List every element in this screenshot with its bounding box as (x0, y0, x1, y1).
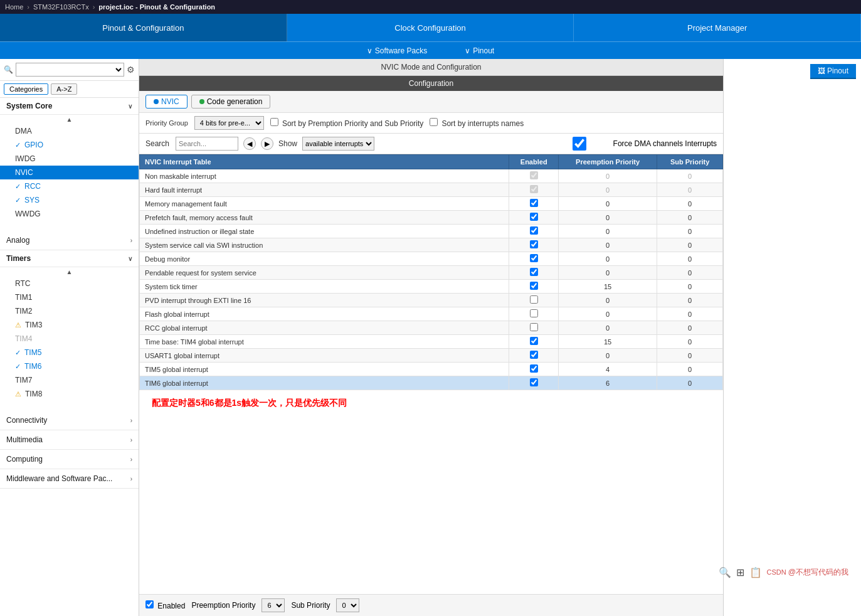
enabled-cell[interactable] (509, 266, 559, 280)
sub-priority-cell[interactable]: 0 (657, 211, 723, 225)
enabled-cell[interactable] (509, 238, 559, 252)
enabled-cell[interactable] (509, 169, 559, 183)
sub-priority-cell[interactable]: 0 (657, 183, 723, 197)
sidebar-item-rcc[interactable]: RCC (0, 179, 139, 193)
preemption-cell[interactable]: 0 (559, 349, 657, 363)
section-multimedia[interactable]: Multimedia › (0, 430, 139, 450)
sidebar-item-tim6[interactable]: TIM6 (0, 359, 139, 373)
sub-tab-software-packs[interactable]: ∨ Software Packs (367, 46, 427, 55)
sidebar-item-dma[interactable]: DMA (0, 124, 139, 138)
preemption-cell[interactable]: 0 (559, 294, 657, 307)
tab-nvic-config[interactable]: NVIC (145, 95, 188, 109)
sub-priority-cell[interactable]: 0 (657, 252, 723, 266)
preemption-cell[interactable]: 0 (559, 211, 657, 225)
preemption-cell[interactable]: 0 (559, 225, 657, 238)
sub-priority-cell[interactable]: 0 (657, 321, 723, 335)
section-timers[interactable]: Timers ∨ (0, 250, 139, 267)
search-next-icon[interactable]: ▶ (261, 137, 273, 150)
bottom-enabled-checkbox[interactable] (145, 600, 154, 608)
sub-priority-cell[interactable]: 0 (657, 363, 723, 376)
sub-priority-cell[interactable]: 0 (657, 294, 723, 307)
priority-group-label: Priority Group (145, 119, 188, 127)
sidebar-item-wwdg[interactable]: WWDG (0, 207, 139, 221)
sidebar-item-tim5[interactable]: TIM5 (0, 346, 139, 359)
sub-priority-cell[interactable]: 0 (657, 307, 723, 321)
preemption-cell[interactable]: 0 (559, 238, 657, 252)
tab-clock[interactable]: Clock Configuration (287, 14, 574, 41)
sidebar-tab-az[interactable]: A->Z (51, 83, 77, 95)
preemption-cell[interactable]: 0 (559, 321, 657, 335)
force-dma-checkbox[interactable] (548, 137, 611, 151)
preemption-cell[interactable]: 6 (559, 376, 657, 390)
scroll-up-btn[interactable]: ▲ (0, 115, 139, 124)
tab-code-gen[interactable]: Code generation (191, 95, 271, 109)
search-prev-icon[interactable]: ◀ (243, 137, 256, 150)
sidebar-item-gpio[interactable]: GPIO (0, 138, 139, 152)
sidebar-item-sys[interactable]: SYS (0, 193, 139, 207)
enabled-cell[interactable] (509, 197, 559, 211)
sub-priority-cell[interactable]: 0 (657, 197, 723, 211)
preemption-cell[interactable]: 0 (559, 307, 657, 321)
section-middleware[interactable]: Middleware and Software Pac... › (0, 469, 139, 489)
enabled-cell[interactable] (509, 363, 559, 376)
breadcrumb-project[interactable]: project.ioc - Pinout & Configuration (98, 3, 215, 11)
enabled-cell[interactable] (509, 307, 559, 321)
sort-premption-checkbox[interactable] (270, 118, 278, 126)
sidebar-item-tim7[interactable]: TIM7 (0, 373, 139, 387)
section-system-core[interactable]: System Core ∨ (0, 98, 139, 115)
sidebar-tab-categories[interactable]: Categories (4, 83, 48, 95)
tab-pinout[interactable]: Pinout & Configuration (0, 14, 287, 41)
sidebar-item-tim2[interactable]: TIM2 (0, 304, 139, 318)
sub-priority-cell[interactable]: 0 (657, 238, 723, 252)
show-select[interactable]: available interrupts (302, 137, 374, 151)
preemption-cell[interactable]: 0 (559, 197, 657, 211)
preemption-cell[interactable]: 0 (559, 266, 657, 280)
timers-scroll-up-btn[interactable]: ▲ (0, 267, 139, 277)
gear-icon[interactable]: ⚙ (127, 65, 135, 75)
preemption-cell[interactable]: 4 (559, 363, 657, 376)
bottom-preemption-select[interactable]: 6 (261, 598, 285, 612)
preemption-cell[interactable]: 15 (559, 280, 657, 294)
sub-priority-cell[interactable]: 0 (657, 335, 723, 349)
enabled-cell[interactable] (509, 183, 559, 197)
enabled-cell[interactable] (509, 321, 559, 335)
enabled-cell[interactable] (509, 280, 559, 294)
preemption-cell[interactable]: 0 (559, 183, 657, 197)
breadcrumb-mcu[interactable]: STM32F103RCTx (33, 3, 89, 11)
sub-priority-cell[interactable]: 0 (657, 349, 723, 363)
enabled-cell[interactable] (509, 335, 559, 349)
sidebar-item-tim8[interactable]: TIM8 (0, 387, 139, 401)
sidebar-item-nvic[interactable]: NVIC (0, 166, 139, 179)
tab-project-manager[interactable]: Project Manager (574, 14, 861, 41)
enabled-cell[interactable] (509, 252, 559, 266)
enabled-cell[interactable] (509, 225, 559, 238)
breadcrumb-home[interactable]: Home (5, 3, 23, 11)
sub-priority-cell[interactable]: 0 (657, 280, 723, 294)
preemption-cell[interactable]: 0 (559, 252, 657, 266)
enabled-cell[interactable] (509, 376, 559, 390)
sub-tab-pinout[interactable]: ∨ Pinout (465, 46, 494, 55)
sidebar-item-tim1[interactable]: TIM1 (0, 290, 139, 304)
sort-interrupts-checkbox[interactable] (430, 118, 438, 126)
preemption-cell[interactable]: 15 (559, 335, 657, 349)
section-connectivity[interactable]: Connectivity › (0, 411, 139, 430)
bottom-sub-select[interactable]: 0 (336, 598, 359, 612)
preemption-cell[interactable]: 0 (559, 169, 657, 183)
sidebar-item-iwdg[interactable]: IWDG (0, 152, 139, 166)
search-input[interactable] (176, 137, 238, 151)
sidebar-search-select[interactable] (16, 63, 124, 77)
sub-priority-cell[interactable]: 0 (657, 266, 723, 280)
sub-priority-cell[interactable]: 0 (657, 225, 723, 238)
enabled-cell[interactable] (509, 294, 559, 307)
priority-group-select[interactable]: 4 bits for pre-e... (194, 116, 264, 130)
sidebar-item-tim3[interactable]: TIM3 (0, 318, 139, 332)
sidebar-item-rtc[interactable]: RTC (0, 277, 139, 290)
section-computing[interactable]: Computing › (0, 450, 139, 469)
section-analog[interactable]: Analog › (0, 231, 139, 250)
enabled-cell[interactable] (509, 349, 559, 363)
enabled-cell[interactable] (509, 211, 559, 225)
sidebar-item-tim4[interactable]: TIM4 (0, 332, 139, 346)
sub-priority-cell[interactable]: 0 (657, 376, 723, 390)
pinout-button[interactable]: 🖼 Pinout (810, 64, 856, 79)
sub-priority-cell[interactable]: 0 (657, 169, 723, 183)
